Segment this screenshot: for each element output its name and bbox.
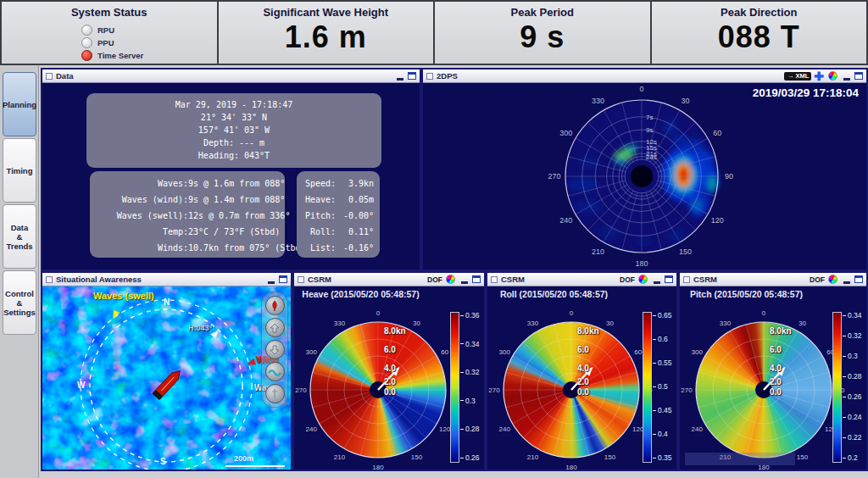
data-info-line: Mar 29, 2019 - 17:18:47 — [86, 98, 381, 111]
color-wheel-icon[interactable] — [828, 275, 837, 284]
angle-label: 240 — [559, 216, 572, 225]
xml-export-button[interactable]: →XML — [784, 72, 811, 81]
window-icon — [491, 276, 498, 283]
status-label: RPU — [97, 25, 114, 35]
tick-dash — [653, 410, 656, 411]
window-title: CSRM — [308, 275, 331, 284]
color-wheel-icon[interactable] — [446, 275, 455, 284]
angle-label: 60 — [441, 348, 448, 356]
tick-dash — [653, 434, 656, 435]
sidebar-tab-timing[interactable]: Timing — [3, 138, 36, 203]
heading-arrow-icon — [210, 328, 221, 339]
marker-button[interactable] — [265, 296, 285, 315]
tick-dash — [460, 372, 464, 373]
row-value: 10.7kn from 075° (Stbd) — [188, 240, 314, 256]
data-motion-row: Speed:3.9kn — [297, 175, 380, 192]
dof-button[interactable]: DOF — [620, 275, 635, 284]
data-waves-row: Waves (wind):9s @ 1.4m from 088° — [90, 192, 285, 208]
rpu-indicator — [81, 25, 92, 36]
tick-value: 0.24 — [848, 413, 862, 421]
situational-awareness-window: Situational Awareness — [41, 271, 292, 471]
zdps-timestamp: 2019/03/29 17:18:04 — [753, 86, 859, 99]
window-title: CSRM — [501, 275, 525, 284]
angle-label: 210 — [592, 247, 604, 256]
window-icon — [683, 276, 690, 283]
tick-value: 0.22 — [848, 433, 862, 442]
minimize-button[interactable] — [268, 281, 275, 284]
zdps-titlebar: 2DPS →XML ✚ — [423, 69, 866, 83]
colorbar-tick: 0.34 — [843, 311, 862, 320]
colorbar-tick: 0.55 — [653, 358, 672, 367]
data-motion-row: Roll:0.11° — [297, 224, 380, 240]
pan-up-button[interactable] — [265, 318, 285, 337]
tick-value: 0.65 — [658, 311, 672, 320]
sa-content: N W S Waves (swell) H:043° Wind Waves 20… — [42, 286, 291, 470]
sidebar-tab-data-and-trends[interactable]: Data&Trends — [3, 204, 36, 269]
angle-label: 0 — [376, 309, 381, 317]
data-waves-row: Winds:10.7kn from 075° (Stbd) — [90, 240, 285, 256]
row-label: List: — [297, 240, 336, 256]
window-title: Data — [56, 71, 74, 81]
panel-peak-period: Peak Period 9 s — [433, 0, 650, 65]
colorbar — [643, 312, 652, 463]
wave-view-button[interactable] — [265, 362, 285, 381]
angle-label: 330 — [592, 97, 604, 105]
data-info-line: Heading: 043°T — [86, 149, 381, 162]
data-info-line: 157° 41' 03" W — [86, 124, 381, 136]
maximize-button[interactable] — [408, 72, 416, 80]
sidebar-tab-control-and-settings[interactable]: Control&Settings — [3, 270, 36, 335]
panel-wave-height: Significant Wave Height 1.6 m — [217, 0, 434, 65]
status-label: Time Server — [97, 51, 143, 60]
color-wheel-icon[interactable] — [828, 71, 837, 81]
speed-ring-label: 6.0 — [384, 345, 396, 354]
color-wheel-icon[interactable] — [638, 275, 648, 284]
angle-label: 300 — [692, 348, 704, 356]
data-motion-row: Pitch:-0.00° — [297, 208, 380, 224]
angle-label: 330 — [527, 320, 539, 327]
panel-system-status: System Status RPUPPUTime Server — [0, 0, 217, 65]
speed-ring-label: 0.0 — [577, 387, 589, 397]
minimize-button[interactable] — [843, 78, 850, 81]
angle-label: 150 — [411, 453, 423, 461]
maximize-button[interactable] — [279, 275, 287, 283]
colorbar-tick: 0.6 — [653, 335, 668, 343]
mast-button[interactable] — [265, 384, 285, 403]
colorbar-tick: 0.26 — [843, 392, 862, 401]
colorbar-tick: 0.26 — [460, 453, 480, 462]
tab-label: & — [17, 232, 23, 242]
maximize-button[interactable] — [665, 275, 673, 283]
system-status-rows: RPUPPUTime Server — [2, 23, 217, 62]
sidebar-tab-planning[interactable]: Planning — [3, 72, 36, 136]
window-icon — [46, 276, 53, 283]
period-ring-label: 9s — [646, 126, 653, 134]
dof-button[interactable]: DOF — [810, 275, 825, 284]
minimize-button[interactable] — [843, 281, 850, 284]
tick-value: 0.3 — [465, 397, 476, 405]
tick-dash — [653, 363, 656, 364]
row-value: 3.9kn — [336, 175, 380, 192]
sa-titlebar: Situational Awareness — [42, 273, 291, 286]
colorbar-tick: 0.22 — [843, 433, 862, 442]
tick-value: 0.36 — [465, 311, 480, 320]
speed-ring-label: 0.0 — [384, 387, 396, 397]
system-status-title: System Status — [2, 6, 217, 19]
top-status-bar: System Status RPUPPUTime Server Signific… — [0, 0, 868, 65]
colorbar-tick: 0.45 — [653, 406, 672, 414]
maximize-button[interactable] — [854, 275, 863, 283]
colorbar-tick: 0.65 — [653, 311, 672, 320]
data-content: Mar 29, 2019 - 17:18:4721° 34' 33" N157°… — [42, 83, 420, 270]
maximize-button[interactable] — [854, 72, 863, 80]
zdps-content: 2019/03/29 17:18:04 03060901201501802102… — [423, 83, 866, 270]
pan-down-button[interactable] — [265, 340, 285, 359]
csrm-plot-title: Roll (2015/05/20 05:48:57) — [491, 289, 617, 299]
csrm-titlebar: CSRM DOF — [294, 273, 484, 286]
add-icon[interactable]: ✚ — [814, 72, 824, 81]
dof-button[interactable]: DOF — [427, 275, 442, 284]
minimize-button[interactable] — [654, 281, 660, 284]
maximize-button[interactable] — [472, 275, 481, 283]
angle-label: 330 — [334, 320, 346, 327]
tick-dash — [843, 356, 846, 357]
minimize-button[interactable] — [397, 78, 403, 81]
minimize-button[interactable] — [461, 281, 468, 284]
angle-label: 30 — [413, 320, 420, 327]
